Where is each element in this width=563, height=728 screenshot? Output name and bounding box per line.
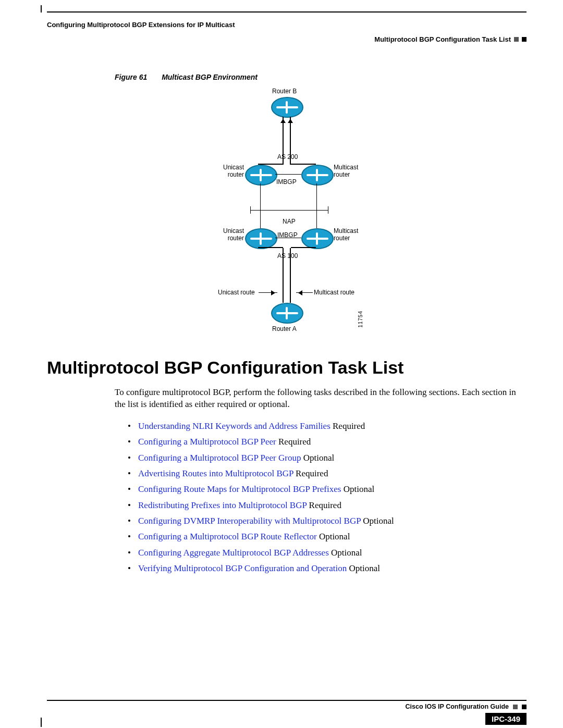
task-tag: Required — [276, 437, 311, 447]
link-line — [275, 238, 301, 238]
nap-label: NAP — [283, 218, 296, 225]
unicast-router-label: Unicast router — [219, 164, 244, 178]
xref-link[interactable]: Configuring a Multiprotocol BGP Peer — [138, 437, 276, 447]
chapter-title: Configuring Multiprotocol BGP Extensions… — [47, 21, 235, 29]
task-tag: Optional — [317, 532, 350, 541]
list-item: Advertising Routes into Multiprotocol BG… — [128, 467, 521, 480]
task-tag: Optional — [361, 516, 394, 526]
task-list: Understanding NLRI Keywords and Address … — [128, 419, 521, 575]
list-item: Understanding NLRI Keywords and Address … — [128, 419, 521, 433]
task-tag: Optional — [301, 453, 334, 463]
section-title-header: Multiprotocol BGP Configuration Task Lis… — [374, 35, 511, 43]
xref-link[interactable]: Configuring Route Maps for Multiprotocol… — [138, 484, 341, 494]
task-tag: Optional — [347, 563, 380, 573]
router-icon — [301, 165, 334, 186]
link-line — [258, 164, 283, 165]
marker-icon — [514, 37, 519, 42]
list-item: Configuring DVMRP Interoperability with … — [128, 514, 521, 528]
header-right-group: Multiprotocol BGP Configuration Task Lis… — [374, 35, 527, 43]
link-line — [316, 183, 317, 228]
list-item: Verifying Multiprotocol BGP Configuratio… — [128, 562, 521, 575]
header-rule — [47, 11, 527, 13]
link-line — [275, 174, 301, 175]
unicast-router-label: Unicast router — [219, 227, 244, 242]
arrow-icon — [259, 292, 277, 293]
figure-title: Multicast BGP Environment — [162, 73, 258, 81]
router-icon — [245, 228, 277, 249]
page-number: IPC-349 — [485, 713, 527, 725]
unicast-route-label: Unicast route — [218, 289, 255, 296]
task-tag: Required — [293, 468, 328, 478]
marker-icon — [513, 705, 518, 709]
list-item: Redistributing Prefixes into Multiprotoc… — [128, 499, 521, 512]
figure-diagram: Router B Unicast router Multicast router… — [151, 87, 422, 342]
xref-link[interactable]: Understanding NLRI Keywords and Address … — [138, 421, 331, 431]
running-header: Configuring Multiprotocol BGP Extensions… — [47, 17, 527, 42]
router-icon — [301, 228, 334, 249]
list-item: Configuring Route Maps for Multiprotocol… — [128, 483, 521, 496]
link-line — [260, 183, 261, 228]
link-line — [283, 248, 284, 303]
link-line — [258, 247, 283, 248]
router-icon — [271, 97, 303, 118]
router-icon — [271, 303, 303, 324]
as100-label: AS 100 — [277, 252, 298, 260]
imbgp-label: IMBGP — [276, 178, 297, 186]
link-line — [290, 248, 291, 303]
nap-tick — [328, 206, 328, 214]
xref-link[interactable]: Advertising Routes into Multiprotocol BG… — [138, 468, 293, 478]
nap-tick — [250, 206, 251, 214]
router-b-label: Router B — [272, 88, 297, 95]
task-tag: Optional — [341, 484, 374, 494]
task-tag: Optional — [329, 548, 362, 558]
crop-mark — [41, 718, 42, 727]
multicast-router-label: Multicast router — [334, 164, 358, 178]
link-line — [291, 247, 316, 248]
link-line — [283, 117, 284, 165]
multicast-router-label: Multicast router — [334, 227, 358, 242]
router-a-label: Router A — [272, 325, 297, 332]
task-tag: Required — [331, 421, 365, 431]
page: Configuring Multiprotocol BGP Extensions… — [0, 0, 563, 728]
marker-icon — [522, 705, 527, 709]
list-item: Configuring a Multiprotocol BGP Peer Req… — [128, 435, 521, 449]
multicast-route-label: Multicast route — [314, 289, 354, 296]
arrow-icon — [296, 292, 313, 293]
crop-mark — [41, 5, 42, 13]
figure-caption: Figure 61 Multicast BGP Environment — [115, 73, 527, 81]
xref-link[interactable]: Redistributing Prefixes into Multiprotoc… — [138, 500, 307, 510]
as200-label: AS 200 — [277, 153, 298, 161]
router-icon — [245, 165, 277, 186]
link-line — [290, 117, 291, 165]
figure-number: Figure 61 — [115, 73, 147, 81]
list-item: Configuring Aggregate Multiprotocol BGP … — [128, 546, 521, 560]
task-tag: Required — [307, 500, 341, 510]
intro-paragraph: To configure multiprotocol BGP, perform … — [115, 387, 521, 411]
marker-icon — [522, 37, 527, 42]
xref-link[interactable]: Verifying Multiprotocol BGP Configuratio… — [138, 563, 347, 573]
link-line — [291, 164, 316, 165]
xref-link[interactable]: Configuring Aggregate Multiprotocol BGP … — [138, 548, 329, 558]
section-heading: Multiprotocol BGP Configuration Task Lis… — [47, 357, 527, 378]
xref-link[interactable]: Configuring a Multiprotocol BGP Peer Gro… — [138, 453, 301, 463]
footer-guide: Cisco IOS IP Configuration Guide — [406, 703, 509, 710]
footer: Cisco IOS IP Configuration Guide — [47, 700, 527, 710]
xref-link[interactable]: Configuring a Multiprotocol BGP Route Re… — [138, 532, 317, 541]
xref-link[interactable]: Configuring DVMRP Interoperability with … — [138, 516, 361, 526]
figure-id: 11754 — [358, 311, 363, 328]
list-item: Configuring a Multiprotocol BGP Route Re… — [128, 530, 521, 544]
list-item: Configuring a Multiprotocol BGP Peer Gro… — [128, 451, 521, 465]
